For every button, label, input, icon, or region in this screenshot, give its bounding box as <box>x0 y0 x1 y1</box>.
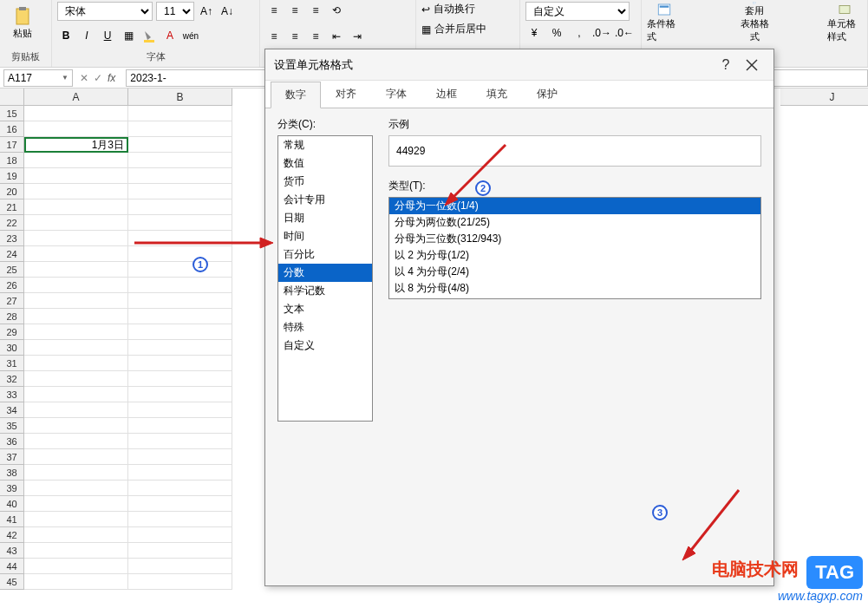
row-header-23[interactable]: 23 <box>0 231 24 246</box>
category-item-6[interactable]: 百分比 <box>278 245 372 264</box>
category-item-8[interactable]: 科学记数 <box>278 282 372 300</box>
cell-A23[interactable] <box>24 231 128 246</box>
row-header-25[interactable]: 25 <box>0 262 24 278</box>
cell-A36[interactable] <box>24 434 128 449</box>
cell-B45[interactable] <box>128 574 232 590</box>
type-list[interactable]: 分母为一位数(1/4)分母为两位数(21/25)分母为三位数(312/943)以… <box>388 197 761 299</box>
cell-A21[interactable] <box>24 199 128 215</box>
cell-A24[interactable] <box>24 246 128 262</box>
row-header-37[interactable]: 37 <box>0 449 24 465</box>
category-item-11[interactable]: 自定义 <box>278 337 372 355</box>
paste-button[interactable]: 粘贴 <box>5 2 40 43</box>
row-header-43[interactable]: 43 <box>0 543 24 559</box>
merge-center-button[interactable]: ▦ 合并后居中 <box>421 22 486 36</box>
cell-B29[interactable] <box>128 324 232 340</box>
name-box[interactable]: A117▼ <box>3 69 73 87</box>
row-header-38[interactable]: 38 <box>0 465 24 481</box>
cell-A26[interactable] <box>24 278 128 293</box>
cell-B40[interactable] <box>128 496 232 512</box>
col-header-j[interactable]: J <box>780 88 868 106</box>
align-middle-icon[interactable]: ≡ <box>286 2 303 19</box>
type-item-5[interactable]: 以 8 为分母(4/8) <box>389 280 760 297</box>
cell-A29[interactable] <box>24 324 128 340</box>
row-header-24[interactable]: 24 <box>0 246 24 262</box>
row-header-21[interactable]: 21 <box>0 199 24 215</box>
cell-B31[interactable] <box>128 356 232 371</box>
row-header-34[interactable]: 34 <box>0 402 24 418</box>
col-header-a[interactable]: A <box>24 88 128 106</box>
select-all-corner[interactable] <box>0 88 24 106</box>
bold-button[interactable]: B <box>57 27 75 44</box>
close-button[interactable] <box>739 52 765 78</box>
row-header-31[interactable]: 31 <box>0 356 24 371</box>
category-item-9[interactable]: 文本 <box>278 300 372 318</box>
cell-A45[interactable] <box>24 574 128 590</box>
row-header-19[interactable]: 19 <box>0 168 24 184</box>
align-left-icon[interactable]: ≡ <box>265 28 283 45</box>
category-item-3[interactable]: 会计专用 <box>278 191 372 209</box>
category-item-1[interactable]: 数值 <box>278 154 372 173</box>
cell-A30[interactable] <box>24 340 128 356</box>
cell-A28[interactable] <box>24 309 128 324</box>
cell-B36[interactable] <box>128 434 232 449</box>
row-header-28[interactable]: 28 <box>0 309 24 324</box>
cell-B16[interactable] <box>128 121 232 137</box>
cell-B30[interactable] <box>128 340 232 356</box>
cell-B38[interactable] <box>128 465 232 481</box>
cell-B15[interactable] <box>128 106 232 121</box>
cell-style-button[interactable]: 单元格样式 <box>827 2 862 43</box>
dialog-tab-0[interactable]: 数字 <box>271 82 321 108</box>
cell-A39[interactable] <box>24 481 128 496</box>
cell-B41[interactable] <box>128 512 232 527</box>
cell-A42[interactable] <box>24 527 128 543</box>
phonetic-button[interactable]: wén <box>182 27 199 44</box>
increase-font-icon[interactable]: A↑ <box>198 3 215 20</box>
increase-decimal-icon[interactable]: .0→ <box>593 24 610 42</box>
row-header-45[interactable]: 45 <box>0 574 24 590</box>
category-item-4[interactable]: 日期 <box>278 209 372 227</box>
cell-A22[interactable] <box>24 215 128 231</box>
cell-A37[interactable] <box>24 449 128 465</box>
type-item-6[interactable]: 以 16 为分母(8/16) <box>389 297 760 299</box>
decrease-indent-icon[interactable]: ⇤ <box>328 28 345 45</box>
orientation-icon[interactable]: ⟲ <box>328 2 345 19</box>
fx-icon[interactable]: fx <box>108 72 115 84</box>
row-header-44[interactable]: 44 <box>0 559 24 574</box>
row-header-35[interactable]: 35 <box>0 418 24 434</box>
decrease-decimal-icon[interactable]: .0← <box>616 24 633 42</box>
row-header-15[interactable]: 15 <box>0 106 24 121</box>
cell-B28[interactable] <box>128 309 232 324</box>
percent-icon[interactable]: % <box>548 24 565 42</box>
cell-B17[interactable] <box>128 137 232 153</box>
underline-button[interactable]: U <box>99 27 116 44</box>
cell-A40[interactable] <box>24 496 128 512</box>
cell-A38[interactable] <box>24 465 128 481</box>
cell-B23[interactable] <box>128 231 232 246</box>
currency-icon[interactable]: ¥ <box>525 24 543 42</box>
row-header-41[interactable]: 41 <box>0 512 24 527</box>
cell-B37[interactable] <box>128 449 232 465</box>
type-item-0[interactable]: 分母为一位数(1/4) <box>389 198 760 214</box>
number-format-select[interactable]: 自定义 <box>525 2 630 21</box>
decrease-font-icon[interactable]: A↓ <box>219 3 236 20</box>
cell-B22[interactable] <box>128 215 232 231</box>
cell-B39[interactable] <box>128 481 232 496</box>
cell-A32[interactable] <box>24 371 128 387</box>
cell-A15[interactable] <box>24 106 128 121</box>
cell-B27[interactable] <box>128 293 232 309</box>
align-center-icon[interactable]: ≡ <box>286 28 303 45</box>
row-header-26[interactable]: 26 <box>0 278 24 293</box>
dialog-titlebar[interactable]: 设置单元格格式 ? <box>265 49 773 81</box>
cell-A41[interactable] <box>24 512 128 527</box>
row-header-36[interactable]: 36 <box>0 434 24 449</box>
row-header-17[interactable]: 17 <box>0 137 24 153</box>
type-item-1[interactable]: 分母为两位数(21/25) <box>389 214 760 231</box>
align-top-icon[interactable]: ≡ <box>265 2 283 19</box>
type-item-2[interactable]: 分母为三位数(312/943) <box>389 231 760 247</box>
table-format-button[interactable]: 套用 表格格式 <box>737 2 772 43</box>
row-header-39[interactable]: 39 <box>0 481 24 496</box>
col-header-b[interactable]: B <box>128 88 232 106</box>
conditional-format-button[interactable]: 条件格式 <box>647 2 682 43</box>
cell-B32[interactable] <box>128 371 232 387</box>
category-item-10[interactable]: 特殊 <box>278 318 372 337</box>
